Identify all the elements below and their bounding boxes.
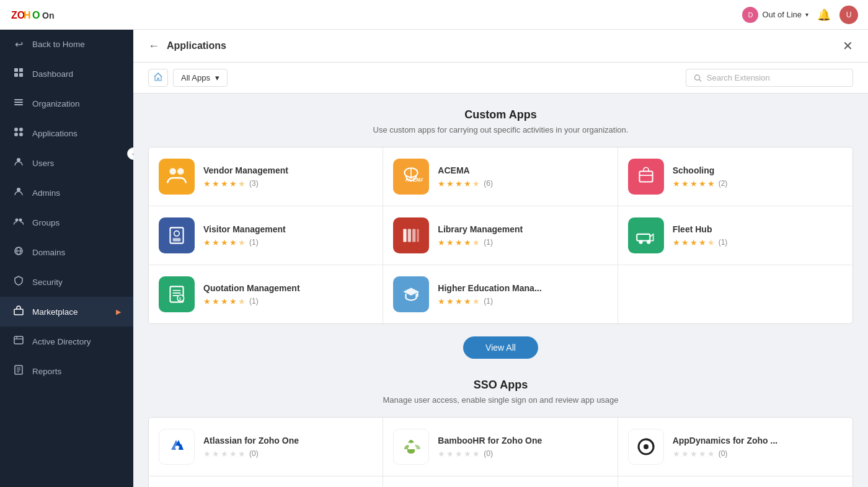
svg-point-14 [14, 133, 18, 136]
app-stars-vendor: ★ ★ ★ ★ ★ (3) [203, 179, 373, 188]
star-1: ★ [438, 179, 445, 188]
back-button[interactable]: ← [148, 40, 159, 53]
custom-apps-title: Custom Apps [148, 108, 853, 121]
app-card-vendor[interactable]: Vendor Management ★ ★ ★ ★ ★ (3) [149, 147, 383, 206]
app-icon-fleet [628, 217, 664, 253]
app-icon-library [393, 217, 429, 253]
svg-rect-41 [173, 238, 181, 241]
star-5: ★ [472, 297, 480, 306]
app-name-appdynamics: AppDynamics for Zoho ... [673, 436, 843, 445]
star-3: ★ [455, 297, 463, 306]
app-info-atlassian: Atlassian for Zoho One ★ ★ ★ ★ ★ (0) [203, 436, 373, 458]
view-all-button[interactable]: View All [463, 336, 538, 359]
svg-rect-8 [19, 73, 23, 77]
app-stars-atlassian: ★ ★ ★ ★ ★ (0) [203, 449, 373, 458]
custom-apps-grid: Vendor Management ★ ★ ★ ★ ★ (3) [148, 147, 853, 324]
svg-rect-43 [408, 229, 411, 242]
sidebar-item-label: Users [32, 159, 54, 168]
sidebar-item-label: Security [32, 278, 63, 287]
account-switcher[interactable]: D Out of Line ▾ [742, 7, 808, 23]
star-3: ★ [221, 238, 228, 247]
sidebar-item-organization[interactable]: Organization [0, 89, 133, 118]
sidebar-item-reports[interactable]: Reports [0, 356, 133, 386]
app-card-peoplehr[interactable]: People HR for Zoho One ★ ★ ★ ★ ★ (0) [618, 476, 852, 487]
sidebar-item-active-directory[interactable]: Active Directory [0, 327, 133, 356]
star-4: ★ [229, 297, 237, 306]
app-stars-visitor: ★ ★ ★ ★ ★ (1) [203, 238, 373, 247]
svg-point-17 [17, 188, 20, 191]
svg-rect-24 [14, 336, 23, 344]
star-4: ★ [229, 238, 237, 247]
svg-rect-5 [14, 68, 18, 72]
sidebar-item-groups[interactable]: Groups [0, 208, 133, 237]
bell-icon[interactable]: 🔔 [817, 8, 831, 22]
star-5: ★ [472, 179, 480, 188]
groups-icon [12, 216, 25, 229]
sidebar: ↩ Back to Home Dashboard Organization Ap… [0, 30, 133, 487]
app-info-acema: ACEMA ★ ★ ★ ★ ★ (6) [438, 165, 607, 188]
reports-icon [12, 365, 25, 377]
sidebar-item-back-home[interactable]: ↩ Back to Home [0, 30, 133, 59]
svg-rect-10 [14, 102, 23, 103]
sidebar-item-label: Back to Home [32, 40, 85, 49]
app-card-schooling[interactable]: Schooling ★ ★ ★ ★ ★ (2) [618, 147, 852, 206]
apps-filter-dropdown[interactable]: All Apps ▾ [173, 69, 228, 87]
app-card-atlassian[interactable]: Atlassian for Zoho One ★ ★ ★ ★ ★ (0) [149, 418, 383, 476]
sidebar-item-users[interactable]: Users [0, 148, 133, 178]
app-card-library[interactable]: Library Management ★ ★ ★ ★ ★ (1) [383, 206, 618, 265]
star-3: ★ [221, 179, 228, 188]
star-3: ★ [455, 449, 463, 458]
svg-point-18 [16, 219, 19, 222]
home-icon-button[interactable] [148, 69, 168, 87]
search-input[interactable] [707, 73, 845, 82]
app-card-fleet[interactable]: Fleet Hub ★ ★ ★ ★ ★ (1) [618, 206, 852, 265]
active-directory-icon [12, 335, 25, 348]
app-card-quotation[interactable]: $ Quotation Management ★ ★ ★ ★ ★ (1) [149, 265, 383, 323]
app-name-atlassian: Atlassian for Zoho One [203, 436, 373, 445]
app-card-bamboohr[interactable]: BambooHR for Zoho One ★ ★ ★ ★ ★ (0) [383, 418, 618, 476]
star-4: ★ [699, 179, 706, 188]
marketplace-arrow-icon: ▶ [116, 308, 121, 316]
app-card-appdynamics[interactable]: AppDynamics for Zoho ... ★ ★ ★ ★ ★ (0) [618, 418, 852, 476]
star-1: ★ [438, 238, 445, 247]
star-count: (1) [484, 238, 493, 247]
star-count: (0) [484, 449, 493, 458]
avatar[interactable]: U [839, 6, 858, 24]
svg-point-34 [177, 168, 184, 175]
star-3: ★ [690, 238, 698, 247]
svg-point-47 [639, 240, 642, 244]
sidebar-item-domains[interactable]: Domains [0, 237, 133, 267]
star-5: ★ [472, 238, 480, 247]
close-button[interactable]: ✕ [843, 38, 853, 53]
apps-filter-label: All Apps [181, 73, 210, 82]
svg-text:$: $ [179, 296, 181, 302]
star-5: ★ [238, 179, 246, 188]
sidebar-item-label: Active Directory [32, 337, 91, 346]
app-card-acema[interactable]: ACEMA ACEMA ★ ★ ★ ★ ★ (6) [383, 147, 618, 206]
app-icon-appdynamics [628, 429, 664, 465]
sidebar-item-applications[interactable]: Applications [0, 118, 133, 148]
app-icon-higher-ed [393, 276, 429, 312]
sidebar-item-dashboard[interactable]: Dashboard [0, 59, 133, 89]
sidebar-item-label: Dashboard [32, 69, 73, 79]
svg-point-40 [174, 231, 179, 236]
sidebar-item-label: Organization [32, 99, 80, 108]
sidebar-item-marketplace[interactable]: Marketplace ▶ [0, 297, 133, 327]
star-2: ★ [681, 179, 689, 188]
applications-icon [12, 127, 25, 139]
app-card-higher-ed[interactable]: Higher Education Mana... ★ ★ ★ ★ ★ (1) [383, 265, 618, 323]
sidebar-item-admins[interactable]: Admins [0, 178, 133, 208]
app-card-visitor[interactable]: Visitor Management ★ ★ ★ ★ ★ (1) [149, 206, 383, 265]
star-1: ★ [673, 179, 680, 188]
sidebar-item-security[interactable]: Security [0, 267, 133, 297]
app-card-gotomeeting[interactable]: GoToMeeting for Zoho ... ★ ★ ★ ★ ★ (0) [383, 476, 618, 487]
star-2: ★ [212, 179, 219, 188]
app-icon-visitor [159, 217, 195, 253]
domains-icon [12, 246, 25, 258]
svg-rect-38 [639, 172, 652, 182]
svg-text:One: One [42, 11, 55, 20]
star-3: ★ [690, 179, 698, 188]
app-card-salesforce[interactable]: Salesforce for Zoho One ★ ★ ★ ★ ★ (0) [149, 476, 383, 487]
star-2: ★ [446, 449, 454, 458]
star-5: ★ [238, 297, 246, 306]
